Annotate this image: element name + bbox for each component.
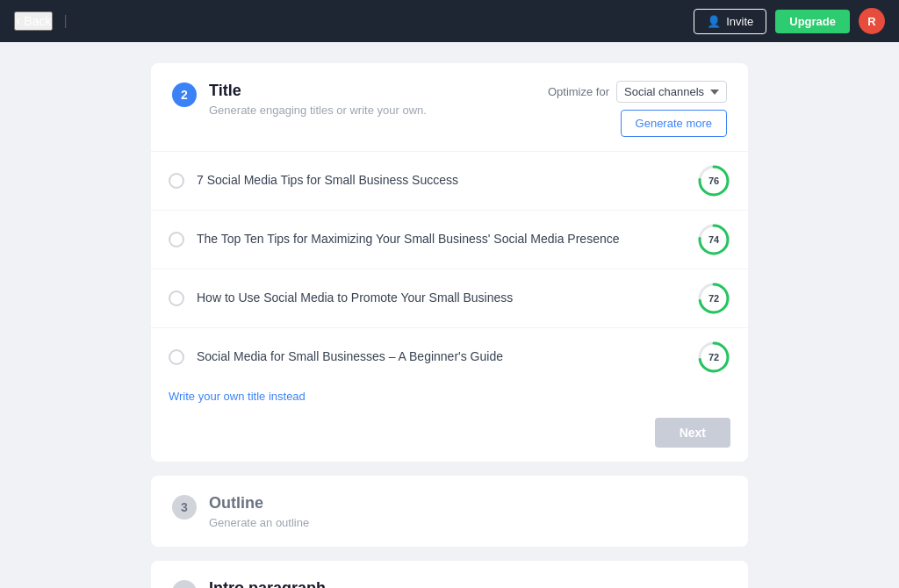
step-badge-4: 4	[172, 580, 197, 588]
title-item-text: Social Media for Small Businesses – A Be…	[197, 348, 685, 366]
score-number-1: 76	[708, 176, 719, 186]
intro-section: 4 Intro paragraph Generate an intro para…	[151, 561, 748, 588]
header-left: ‹ Back |	[14, 11, 68, 31]
score-number-4: 72	[708, 352, 719, 362]
intro-section-info: Intro paragraph Generate an intro paragr…	[209, 578, 443, 588]
title-item-text: How to Use Social Media to Promote Your …	[197, 290, 685, 307]
score-circle-2: 74	[697, 223, 730, 256]
outline-section-subtitle: Generate an outline	[209, 516, 309, 529]
upgrade-button[interactable]: Upgrade	[775, 10, 850, 33]
intro-section-card: 4 Intro paragraph Generate an intro para…	[151, 561, 748, 588]
title-section-header-left: 2 Title Generate engaging titles or writ…	[172, 81, 427, 117]
back-label: Back	[24, 14, 51, 28]
next-label: Next	[680, 426, 706, 440]
title-section-card: 2 Title Generate engaging titles or writ…	[151, 63, 748, 462]
title-section-title: Title	[209, 81, 427, 101]
step-number-2: 2	[181, 88, 188, 102]
radio-button-1[interactable]	[169, 173, 184, 189]
step-badge-2: 2	[172, 82, 197, 107]
step-number-3: 3	[181, 500, 188, 514]
next-button[interactable]: Next	[655, 418, 730, 448]
radio-button-3[interactable]	[169, 290, 184, 306]
optimize-select[interactable]: Social channels	[616, 81, 727, 103]
title-item-text: 7 Social Media Tips for Small Business S…	[197, 172, 685, 190]
back-button[interactable]: ‹ Back	[14, 11, 53, 31]
avatar[interactable]: R	[859, 8, 885, 34]
write-own-title-anchor[interactable]: Write your own title instead	[169, 390, 306, 403]
radio-button-2[interactable]	[169, 232, 184, 247]
outline-section: 3 Outline Generate an outline	[151, 476, 748, 547]
score-number-3: 72	[708, 293, 719, 304]
title-section-controls: Optimize for Social channels Generate mo…	[548, 81, 727, 137]
intro-section-title: Intro paragraph	[209, 578, 443, 588]
score-circle-3: 72	[697, 282, 730, 315]
invite-button[interactable]: 👤 Invite	[694, 9, 766, 34]
header: ‹ Back | 👤 Invite Upgrade R	[0, 0, 899, 42]
title-item[interactable]: Social Media for Small Businesses – A Be…	[151, 328, 748, 379]
outline-section-info: Outline Generate an outline	[209, 493, 309, 529]
invite-icon: 👤	[707, 15, 721, 28]
generate-more-button[interactable]: Generate more	[621, 110, 727, 137]
title-item[interactable]: How to Use Social Media to Promote Your …	[151, 269, 748, 328]
content-wrapper: 2 Title Generate engaging titles or writ…	[151, 63, 748, 588]
next-button-row: Next	[151, 418, 748, 462]
header-divider: |	[63, 13, 67, 29]
score-circle-4: 72	[697, 341, 730, 374]
title-list: 7 Social Media Tips for Small Business S…	[151, 151, 748, 379]
main-content: 2 Title Generate engaging titles or writ…	[0, 42, 899, 588]
outline-section-card: 3 Outline Generate an outline	[151, 476, 748, 547]
optimize-row: Optimize for Social channels	[548, 81, 727, 103]
optimize-label: Optimize for	[548, 85, 609, 98]
score-number-2: 74	[708, 234, 719, 245]
upgrade-label: Upgrade	[789, 15, 836, 28]
radio-button-4[interactable]	[169, 349, 184, 365]
write-own-title-link[interactable]: Write your own title instead	[151, 379, 748, 418]
step-badge-3: 3	[172, 495, 197, 520]
avatar-label: R	[867, 15, 875, 28]
back-arrow-icon: ‹	[16, 13, 20, 29]
title-item-text: The Top Ten Tips for Maximizing Your Sma…	[197, 231, 685, 248]
title-section-subtitle: Generate engaging titles or write your o…	[209, 104, 427, 117]
title-item[interactable]: 7 Social Media Tips for Small Business S…	[151, 152, 748, 211]
title-section-info: Title Generate engaging titles or write …	[209, 81, 427, 117]
title-item[interactable]: The Top Ten Tips for Maximizing Your Sma…	[151, 211, 748, 269]
outline-section-title: Outline	[209, 493, 309, 513]
invite-label: Invite	[726, 15, 753, 28]
score-circle-1: 76	[697, 164, 730, 197]
generate-more-label: Generate more	[636, 117, 712, 130]
header-right: 👤 Invite Upgrade R	[694, 8, 885, 34]
title-section-header: 2 Title Generate engaging titles or writ…	[151, 63, 748, 151]
